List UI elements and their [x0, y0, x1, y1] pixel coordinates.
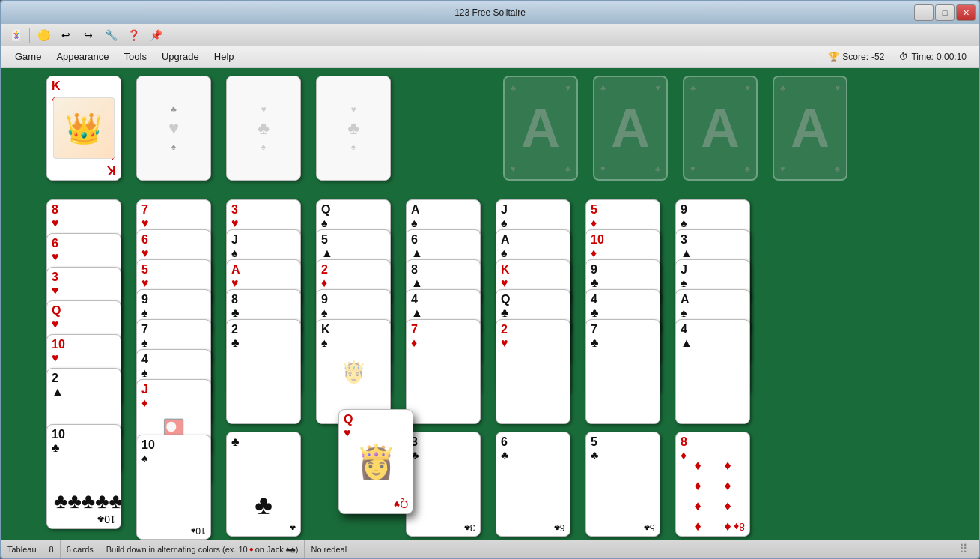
time-value: 0:00:10	[937, 52, 967, 62]
suit-bottom: ♠	[171, 142, 176, 152]
tableau-col-8: 9♠ 3▲ J♠ 🤴 A♠ 4▲ 8♦ ♦ ♦ ♦ ♦	[675, 199, 750, 387]
menu-tools[interactable]: Tools	[117, 49, 154, 64]
toolbar-icon-6[interactable]: 📌	[145, 25, 166, 45]
f2-suit3: ♣	[600, 83, 606, 92]
window-controls: ─ □ ✕	[914, 4, 976, 21]
window-title: 123 Free Solitaire	[454, 7, 526, 18]
minimize-button[interactable]: ─	[914, 4, 934, 21]
status-count: 8	[43, 540, 61, 558]
tableau-card-8-6[interactable]: 8♦ ♦ ♦ ♦ ♦ ♦ ♦ ♦ ♦ 8♦	[675, 432, 750, 537]
toolbar-logo: 🃏	[5, 25, 26, 45]
tableau-col-4: Q♠ 👸 5▲ 2♦ 9♠ K♠ 🤴 Q♥ 👸 Q♥	[316, 199, 391, 282]
stock-pile-3[interactable]: ♥ ♣ ♠	[226, 76, 301, 181]
tableau-card-7-6[interactable]: 5♣ 5♣	[585, 432, 660, 537]
foundation-ace-3: A	[701, 97, 740, 159]
foundation-suit-bl: ♣	[511, 83, 516, 92]
menu-game[interactable]: Game	[7, 49, 49, 64]
toolbar-icon-5[interactable]: ❓	[123, 25, 144, 45]
foundation-suit-tr: ♣	[565, 164, 570, 173]
card-pips: ♣♣♣♣♣♣♣♣♣♣	[54, 489, 114, 513]
suit-hearts-top: ♥	[261, 104, 266, 115]
foundation-1[interactable]: A ♥ ♣ ♣ ♥	[503, 76, 578, 181]
tableau-card-5-6[interactable]: 3♣ 3♣	[406, 432, 481, 537]
time-icon: ⏱	[899, 52, 908, 62]
suit-spades-bottom: ♠	[261, 142, 266, 152]
f4-suit4: ♥	[835, 83, 840, 92]
tableau-col-1: 8♥ 6♥ 3♥ Q♥ 10♥ 2▲ 10♣ ♣♣♣♣♣♣♣♣♣♣	[46, 199, 121, 417]
card-back-design-2: ♥ ♣ ♠	[227, 76, 300, 180]
suit-c: ♣	[347, 118, 359, 139]
foundation-suit-br: ♥	[565, 83, 570, 92]
f2-suit2: ♣	[655, 164, 660, 173]
title-bar: 123 Free Solitaire ─ □ ✕	[1, 1, 979, 24]
rank-bottom: 10♣	[97, 513, 116, 525]
tableau-card-1-7[interactable]: 10♣ ♣♣♣♣♣♣♣♣♣♣ 10♣	[46, 424, 121, 529]
tableau-card-6-6[interactable]: 6♣ 6♣	[496, 432, 570, 537]
foundation-ace-2: A	[611, 97, 650, 159]
resize-handle[interactable]: ⠿	[955, 542, 973, 556]
toolbar-icon-3[interactable]: ↪	[78, 25, 99, 45]
f2-suit1: ♥	[600, 164, 606, 173]
maximize-button[interactable]: □	[935, 4, 955, 21]
tableau-card-7-5[interactable]: 7♣	[585, 319, 660, 424]
tableau-col-6: J♠ 🤴 A♠ K♥ 👑 Q♣ 2♥ 6♣ 6♣	[496, 199, 570, 387]
menu-upgrade[interactable]: Upgrade	[154, 49, 207, 64]
toolbar-separator-1	[29, 28, 30, 43]
status-redeal: No redeal	[305, 540, 353, 558]
tableau-col-3: 3♥ J♠ 🃏 A♥ 8♣ 2♣ ♣ ♣ ♣	[226, 199, 301, 387]
status-bar: Tableau 8 6 cards Build down in alternat…	[1, 540, 979, 558]
time-label: Time:	[911, 52, 934, 62]
suit-s: ♠	[351, 142, 356, 152]
toolbar-icon-1[interactable]: 🟡	[33, 25, 54, 45]
menu-bar: Game Appearance Tools Upgrade Help	[1, 46, 816, 67]
card-back-design-3: ♥ ♣ ♠	[317, 76, 390, 180]
f4-suit3: ♣	[780, 83, 785, 92]
status-type: Tableau	[7, 540, 43, 558]
tableau-card-6-5[interactable]: 2♥	[496, 319, 570, 424]
suit-top-left: ♣	[171, 104, 177, 115]
f3-suit4: ♥	[745, 83, 750, 92]
toolbar-icon-4[interactable]: 🔧	[100, 25, 121, 45]
foundation-2[interactable]: A ♥ ♣ ♣ ♥	[593, 76, 668, 181]
card-face: K♦ ♛ K♦ 👑	[47, 76, 121, 180]
red-dot: ●	[249, 545, 254, 553]
foundation-ace-4: A	[791, 97, 830, 159]
stock-pile-1[interactable]: K♦ ♛ K♦ 👑	[46, 76, 121, 181]
stock-pile-2[interactable]: ♣ ♥ ♠	[136, 76, 211, 181]
f4-suit2: ♣	[835, 164, 840, 173]
close-button[interactable]: ✕	[956, 4, 976, 21]
tableau-card-3-6[interactable]: ♣ ♣ ♣	[226, 432, 301, 537]
card-back-design: ♣ ♥ ♠	[137, 76, 210, 180]
foundation-ace-1: A	[521, 97, 560, 159]
toolbar: 🃏 🟡 ↩ ↪ 🔧 ❓ 📌	[1, 24, 979, 46]
suit-clubs: ♣	[258, 118, 270, 139]
toolbar-icon-2[interactable]: ↩	[55, 25, 76, 45]
f4-suit1: ♥	[780, 164, 785, 173]
menu-help[interactable]: Help	[207, 49, 242, 64]
foundation-3[interactable]: A ♥ ♣ ♣ ♥	[683, 76, 758, 181]
diamond-pips: ♦ ♦ ♦ ♦ ♦ ♦ ♦ ♦	[682, 455, 743, 513]
score-icon: 🏆	[828, 52, 839, 62]
suit-h: ♥	[350, 104, 356, 115]
foundation-4[interactable]: A ♥ ♣ ♣ ♥	[773, 76, 847, 181]
score-value: -52	[871, 52, 884, 62]
f3-suit3: ♣	[690, 83, 696, 92]
tableau-col-7: 5♦ 10♦ 9♣ 4♣ 7♣ 5♣ 5♣	[585, 199, 660, 387]
time-display: ⏱ Time: 0:00:10	[899, 52, 967, 62]
f3-suit1: ♥	[690, 164, 696, 173]
tableau-card-4-queen[interactable]: Q♥ 👸 Q♥	[338, 409, 413, 514]
stock-pile-4[interactable]: ♥ ♣ ♠	[316, 76, 391, 181]
f3-suit2: ♣	[745, 164, 750, 173]
tableau-card-2-8[interactable]: 10♠ 10♠	[136, 435, 211, 540]
menu-appearance[interactable]: Appearance	[49, 49, 116, 64]
tableau-col-2: 7♥ 6♥ 5♥ 9♠ 7♠ 4♠ J♦ 🎴 10♠ 10	[136, 199, 211, 420]
card-illustration: 👑	[53, 97, 115, 159]
game-area[interactable]: K♦ ♛ K♦ 👑 ♣ ♥ ♠ ♥ ♣ ♠	[1, 68, 979, 540]
status-cards: 6 cards	[61, 540, 100, 558]
tableau-card-5-5[interactable]: 7♦	[406, 319, 481, 424]
tableau-card-8-5[interactable]: 4▲	[675, 319, 750, 424]
tableau-card-3-5[interactable]: 2♣	[226, 319, 301, 424]
score-display: 🏆 Score: -52	[828, 52, 884, 62]
status-build-rule: Build down in alternating colors (ex. 10…	[100, 540, 305, 558]
tableau-card-4-5[interactable]: K♠ 🤴	[316, 319, 391, 424]
